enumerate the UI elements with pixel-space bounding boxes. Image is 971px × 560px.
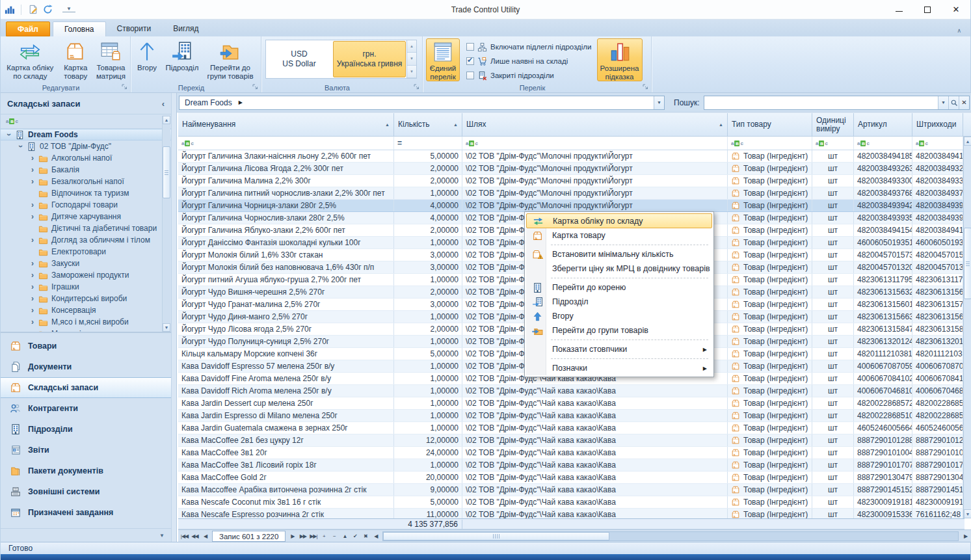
column-header[interactable]: Кількість▲ [394, 113, 462, 136]
close-button[interactable]: ✕ [942, 0, 970, 20]
table-row[interactable]: Йогурт Галичина Чорниця-злаки 280г 2,5%4… [178, 200, 971, 212]
checkbox-checked[interactable] [466, 57, 474, 65]
nav-button[interactable]: |◀◀ [180, 531, 189, 541]
nav-button[interactable]: ▶▶| [308, 531, 318, 541]
menu-item[interactable]: Позначки▶ [526, 361, 712, 375]
goto-product-group-button[interactable]: Перейти до групи товарів [202, 38, 258, 81]
nav-button[interactable]: ◀ [200, 531, 210, 541]
table-row[interactable]: Кава MacCoffee 3в1 Лісовий горіх 18г1,00… [178, 459, 971, 472]
table-row[interactable]: Кава MacCoffee 2в1 без цукру 12г12,00000… [178, 434, 971, 447]
sidebar-item-module[interactable]: Призначені завдання [1, 502, 171, 523]
tree-item[interactable]: ›Господарчі товари [1, 199, 171, 211]
dialog-launcher-icon[interactable] [413, 83, 420, 90]
option-in-stock-only[interactable]: Лише наявні на складі [466, 55, 592, 67]
tree-item[interactable]: ›Алкогольні напої [1, 152, 171, 164]
nav-button[interactable]: ◀◀ [190, 531, 200, 541]
tree-item[interactable]: ›Кондитерські вироби [1, 293, 171, 304]
table-row[interactable]: Кава Nescafe Espresso розчинна 2г стік11… [178, 509, 971, 518]
sidebar-item-module[interactable]: Товари [1, 336, 171, 356]
currency-usd[interactable]: USD US Dollar [266, 40, 332, 78]
minimize-button[interactable] [885, 0, 913, 20]
chevron-down-icon[interactable]: ▼ [159, 533, 165, 539]
search-icon[interactable] [948, 96, 959, 109]
tree-item[interactable]: Дієтичні та діабетичні товари [1, 222, 171, 234]
tree-item[interactable]: ›Догляд за обличчям і тілом [1, 234, 171, 246]
scrollbar-thumb[interactable] [163, 146, 170, 198]
product-matrix-button[interactable]: Товарна матриця [93, 38, 129, 81]
sidebar-filter-bar[interactable]: авс [1, 114, 171, 129]
search-input[interactable] [704, 97, 938, 109]
tab-home[interactable]: Головна [53, 21, 106, 36]
nav-button[interactable]: ✔ [350, 531, 360, 541]
nav-button[interactable]: ▶▶ [298, 531, 308, 541]
menu-item[interactable]: Картка товару [526, 228, 712, 243]
dialog-launcher-icon[interactable] [642, 83, 649, 90]
nav-button[interactable]: − [329, 531, 339, 541]
tab-file[interactable]: Файл [6, 21, 50, 36]
tree-item[interactable]: Відпочинок та туризм [1, 187, 171, 199]
breadcrumb[interactable]: Dream Foods ▶ ▼ [179, 96, 665, 110]
ribbon-collapse-icon[interactable]: ∧ [957, 27, 961, 34]
gallery-expand-icon[interactable]: ▼ [407, 66, 416, 78]
column-header[interactable]: Шлях▲ [462, 113, 728, 136]
table-row[interactable]: Йогурт Галичина питний чорнослив-злаки 2… [178, 187, 971, 200]
auto-filter-cell[interactable]: авс [912, 137, 963, 150]
table-row[interactable]: Кава MacCoffee 3в1 20г24,00000\02 ТОВ "Д… [178, 447, 971, 459]
expand-icon[interactable]: › [28, 153, 37, 163]
auto-filter-cell[interactable]: авс [854, 137, 912, 150]
tree-item[interactable]: Електротовари [1, 246, 171, 258]
clear-search-icon[interactable]: ✕ [959, 96, 969, 109]
sidebar-item-module[interactable]: Зовнішні системи [1, 481, 171, 502]
collapse-icon[interactable]: › [16, 142, 25, 151]
column-header[interactable]: Одиниці виміру [812, 113, 854, 136]
tree-item[interactable]: ›Бакалія [1, 164, 171, 176]
expand-icon[interactable]: › [28, 317, 37, 327]
table-row[interactable]: Кава Jardin Espresso di Milano мелена 25… [178, 410, 971, 422]
expand-icon[interactable]: › [28, 271, 37, 280]
option-include-sub[interactable]: Включати підлеглі підрозділи [466, 41, 592, 53]
collapse-icon[interactable]: › [5, 130, 14, 139]
expand-icon[interactable]: › [28, 200, 37, 209]
auto-filter-cell[interactable]: авс [728, 137, 812, 150]
table-row[interactable]: Кава Jardin Guatemala смажена в зернах 2… [178, 422, 971, 434]
nav-button[interactable]: ✖ [360, 531, 370, 541]
maximize-button[interactable] [913, 0, 942, 20]
menu-item[interactable]: Перейти до кореню [526, 280, 712, 295]
scroll-up-icon[interactable]: ▲ [964, 137, 971, 146]
dialog-launcher-icon[interactable] [121, 83, 128, 90]
tree-item[interactable]: ›Закуски [1, 258, 171, 269]
column-header[interactable]: Артикул [854, 113, 912, 136]
dialog-launcher-icon[interactable] [252, 83, 259, 90]
tree-item[interactable]: ›Dream Foods [1, 129, 171, 140]
currency-uah[interactable]: грн. Українська гривня [333, 41, 406, 77]
breadcrumb-dropdown-icon[interactable]: ▼ [654, 96, 664, 109]
horizontal-scrollbar[interactable] [382, 531, 959, 541]
column-header[interactable]: Найменування▲ [178, 113, 394, 136]
sidebar-item-module[interactable]: Звіти [1, 440, 171, 460]
product-card-button[interactable]: Картка товару [59, 38, 93, 81]
table-row[interactable]: Йогурт Галичина Злаки-наісння льону 2,2%… [178, 150, 971, 163]
menu-item[interactable]: Підрозділ [526, 295, 712, 309]
grid-vertical-scrollbar[interactable]: ▲ ▼ [963, 137, 971, 518]
tree-item[interactable]: ›Консервація [1, 304, 171, 316]
refresh-icon[interactable] [42, 4, 53, 15]
expand-icon[interactable]: › [28, 294, 37, 303]
menu-item[interactable]: Зберегти ціну як МРЦ в довіднику товарів [526, 261, 712, 276]
nav-button[interactable]: ▶ [961, 531, 970, 541]
table-row[interactable]: Кава Maccoffee Арабіка витончена розчинн… [178, 484, 971, 496]
tree-item[interactable]: ›Іграшки [1, 281, 171, 293]
column-header[interactable]: Тип товару [728, 113, 812, 136]
tab-view[interactable]: Вигляд [162, 21, 209, 36]
menu-item[interactable]: Встановити мінімальну кількість [526, 247, 712, 261]
expand-icon[interactable]: › [28, 165, 37, 174]
tree-item[interactable]: ›02 ТОВ "Дрім-Фудс" [1, 140, 171, 152]
nav-button[interactable]: ▲ [339, 531, 349, 541]
scroll-up-icon[interactable]: ▲ [163, 116, 170, 124]
table-row[interactable]: Кава Davidoff Rich Aroma мелена 250г в/у… [178, 385, 971, 397]
collapse-panel-icon[interactable]: ‹ [162, 99, 165, 109]
table-row[interactable]: Кава MacCoffee Gold 2г20,00000\02 ТОВ "Д… [178, 472, 971, 484]
tree-item[interactable]: ›М,ясо і м,ясні вироби [1, 316, 171, 328]
tree-scrollbar[interactable]: ▲ ▼ [162, 116, 170, 332]
subdivision-button[interactable]: Підрозділ [162, 38, 202, 81]
single-list-button[interactable]: Єдиний перелік [426, 38, 460, 81]
